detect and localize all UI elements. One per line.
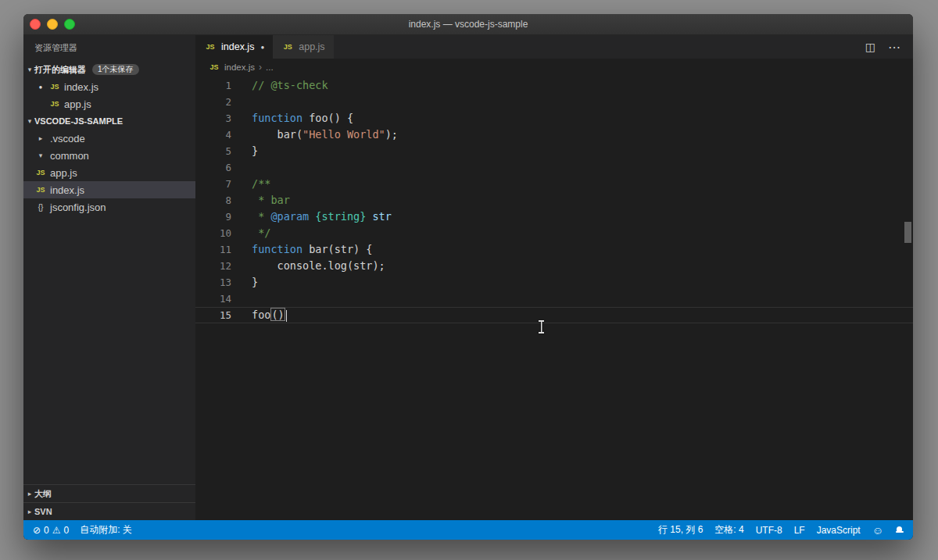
tree-item-label: .vscode <box>50 133 85 144</box>
tab-index-js[interactable]: JSindex.js● <box>195 35 273 59</box>
code-token: } <box>252 144 258 157</box>
line-number[interactable]: 9 <box>195 209 231 225</box>
code-line-3[interactable]: 3function foo() { <box>195 110 913 127</box>
line-number[interactable]: 3 <box>195 110 231 127</box>
tabs-container: JSindex.js●JSapp.js <box>195 35 335 59</box>
code-lines: 1// @ts-check23function foo() {4 bar("He… <box>195 77 913 323</box>
minimize-button[interactable] <box>47 19 58 30</box>
code-line-1[interactable]: 1// @ts-check <box>195 77 913 94</box>
code-line-15[interactable]: 15foo() <box>195 307 913 323</box>
js-file-icon: JS <box>281 43 294 51</box>
breadcrumb-item-symbol[interactable]: ... <box>266 62 274 72</box>
gutter-fold-area <box>231 143 252 159</box>
line-number[interactable]: 10 <box>195 225 231 241</box>
code-text: /** <box>252 176 270 192</box>
encoding-status[interactable]: UTF-8 <box>756 525 782 536</box>
tree-item-vscode[interactable]: ▸.vscode <box>23 130 195 147</box>
split-editor-icon[interactable]: ◫ <box>865 41 875 53</box>
code-line-8[interactable]: 8 * bar <box>195 192 913 209</box>
line-number[interactable]: 12 <box>195 258 231 274</box>
code-line-9[interactable]: 9 * @param {string} str <box>195 209 913 225</box>
code-line-12[interactable]: 12 console.log(str); <box>195 258 913 274</box>
line-number[interactable]: 6 <box>195 159 231 176</box>
feedback-smiley-icon[interactable]: ☺ <box>872 524 883 537</box>
tree-item-index-js[interactable]: JSindex.js <box>23 181 195 198</box>
breadcrumb[interactable]: JS index.js › ... <box>195 59 913 76</box>
file-tree: ▸.vscode▾commonJSapp.jsJSindex.js{}jscon… <box>23 130 195 216</box>
line-number[interactable]: 4 <box>195 127 231 143</box>
section-label: 大纲 <box>34 488 52 500</box>
zoom-button[interactable] <box>64 19 75 30</box>
statusbar-right: 行 15, 列 6 空格: 4 UTF-8 LF JavaScript ☺ <box>658 523 904 537</box>
line-number[interactable]: 7 <box>195 176 231 192</box>
window-title: index.js — vscode-js-sample <box>409 19 528 30</box>
gutter-fold-area <box>231 291 252 307</box>
tree-item-app-js[interactable]: JSapp.js <box>23 164 195 181</box>
error-count: 0 <box>44 525 49 536</box>
code-text: console.log(str); <box>252 258 385 274</box>
code-token: */ <box>252 226 270 239</box>
line-number[interactable]: 15 <box>195 307 231 323</box>
open-editors-header[interactable]: ▾ 打开的编辑器 1个未保存 <box>23 61 195 78</box>
open-editors-label: 打开的编辑器 <box>34 64 86 76</box>
eol-status[interactable]: LF <box>794 525 805 536</box>
unsaved-count-badge: 1个未保存 <box>92 64 139 75</box>
code-line-5[interactable]: 5} <box>195 143 913 159</box>
tree-item-jsconfig-json[interactable]: {}jsconfig.json <box>23 198 195 216</box>
js-file-icon: JS <box>34 186 47 194</box>
code-line-6[interactable]: 6 <box>195 159 913 176</box>
notifications-bell-icon[interactable] <box>895 526 904 534</box>
js-file-icon: JS <box>208 63 220 71</box>
code-line-11[interactable]: 11function bar(str) { <box>195 241 913 258</box>
code-token: ); <box>385 128 398 141</box>
code-line-14[interactable]: 14 <box>195 291 913 307</box>
chevron-right-icon: › <box>259 62 262 73</box>
code-token: () <box>270 308 285 321</box>
title-bar[interactable]: index.js — vscode-js-sample <box>23 14 913 35</box>
code-token: // @ts-check <box>252 79 328 91</box>
cursor-position-status[interactable]: 行 15, 列 6 <box>658 523 703 537</box>
code-line-2[interactable]: 2 <box>195 94 913 110</box>
js-file-icon: JS <box>204 43 217 51</box>
js-file-icon: JS <box>48 100 61 108</box>
sidebar-section-outline[interactable]: ▸大纲 <box>23 484 195 502</box>
line-number[interactable]: 1 <box>195 77 231 94</box>
indentation-status[interactable]: 空格: 4 <box>714 523 743 537</box>
line-number[interactable]: 2 <box>195 94 231 110</box>
text-caret <box>286 310 288 322</box>
tree-item-common[interactable]: ▾common <box>23 147 195 164</box>
open-editor-item-index-js[interactable]: ●JSindex.js <box>23 78 195 95</box>
problems-status[interactable]: ⊘ 0 ⚠ 0 <box>33 525 69 536</box>
code-line-4[interactable]: 4 bar("Hello World"); <box>195 127 913 143</box>
code-line-7[interactable]: 7/** <box>195 176 913 192</box>
line-number[interactable]: 14 <box>195 291 231 307</box>
more-actions-icon[interactable]: ⋯ <box>888 40 901 55</box>
language-mode-status[interactable]: JavaScript <box>817 525 861 536</box>
project-section-header[interactable]: ▾ VSCODE-JS-SAMPLE <box>23 112 195 130</box>
code-line-13[interactable]: 13} <box>195 274 913 291</box>
chevron-right-icon: ▸ <box>34 134 47 142</box>
code-token: bar(str) { <box>303 243 372 255</box>
line-number[interactable]: 13 <box>195 274 231 291</box>
code-token: str <box>366 210 392 223</box>
breadcrumb-item-file[interactable]: index.js <box>224 62 255 72</box>
line-number[interactable]: 8 <box>195 192 231 209</box>
scrollbar-thumb[interactable] <box>904 222 911 243</box>
auto-attach-status[interactable]: 自动附加: 关 <box>80 523 132 537</box>
code-text: // @ts-check <box>252 77 328 94</box>
tab-app-js[interactable]: JSapp.js <box>273 35 334 59</box>
gutter-fold-area <box>231 209 252 225</box>
desktop-background: index.js — vscode-js-sample 资源管理器 ▾ 打开的编… <box>0 0 938 560</box>
tab-bar: JSindex.js●JSapp.js ◫ ⋯ <box>195 35 913 59</box>
sidebar-section-svn[interactable]: ▸SVN <box>23 502 195 520</box>
gutter-fold-area <box>231 241 252 258</box>
code-text: function bar(str) { <box>252 241 372 258</box>
line-number[interactable]: 11 <box>195 241 231 258</box>
code-editor[interactable]: 1// @ts-check23function foo() {4 bar("He… <box>195 76 913 520</box>
close-button[interactable] <box>30 19 41 30</box>
gutter-fold-area <box>231 127 252 143</box>
code-line-10[interactable]: 10 */ <box>195 225 913 241</box>
open-editor-item-app-js[interactable]: JSapp.js <box>23 95 195 112</box>
line-number[interactable]: 5 <box>195 143 231 159</box>
code-token: bar( <box>252 128 303 141</box>
